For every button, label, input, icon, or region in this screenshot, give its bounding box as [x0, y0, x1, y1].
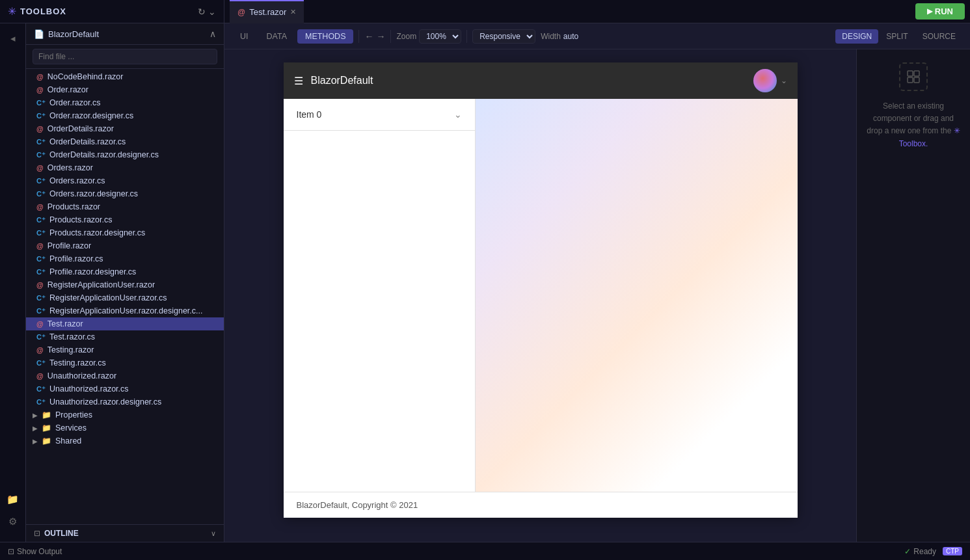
file-item[interactable]: C⁺ Orders.razor.cs — [26, 174, 224, 187]
at-icon: @ — [36, 86, 44, 94]
svg-rect-0 — [908, 71, 913, 76]
file-item[interactable]: @ Profile.razor — [26, 239, 224, 252]
run-icon: ▶ — [927, 7, 932, 16]
at-icon: @ — [36, 281, 44, 289]
file-item[interactable]: C⁺ Order.razor.designer.cs — [26, 109, 224, 122]
file-item[interactable]: @ NoCodeBehind.razor — [26, 70, 224, 83]
width-label: Width — [541, 32, 561, 41]
file-item[interactable]: @ OrderDetails.razor — [26, 122, 224, 135]
folder-arrow-icon: ▶ — [33, 438, 38, 445]
show-output-button[interactable]: ⊡ Show Output — [8, 547, 62, 556]
canvas-list-item[interactable]: Item 0 ⌄ — [284, 99, 475, 131]
folder-item-properties[interactable]: ▶ 📁 Properties — [26, 408, 224, 421]
folder-item-services[interactable]: ▶ 📁 Services — [26, 421, 224, 434]
canvas-list: Item 0 ⌄ — [284, 99, 476, 492]
svg-rect-2 — [908, 77, 913, 83]
folder-item-shared[interactable]: ▶ 📁 Shared — [26, 434, 224, 447]
file-item[interactable]: C⁺ OrderDetails.razor.cs — [26, 135, 224, 148]
file-item[interactable]: C⁺ Test.razor.cs — [26, 330, 224, 343]
outline-label: OUTLINE — [44, 529, 79, 538]
cs-icon: C⁺ — [36, 268, 46, 276]
file-item-active[interactable]: @ Test.razor — [26, 317, 224, 330]
file-tab[interactable]: @ Test.razor ✕ — [230, 0, 304, 23]
sidebar-title: BlazorDefault — [48, 29, 99, 39]
file-item[interactable]: C⁺ Profile.razor.cs — [26, 252, 224, 265]
nav-folder-icon[interactable]: 📁 — [3, 490, 23, 509]
tab-ui[interactable]: UI — [232, 29, 256, 44]
ctp-badge: CTP — [943, 547, 962, 555]
cs-icon: C⁺ — [36, 112, 46, 120]
file-item[interactable]: C⁺ Orders.razor.designer.cs — [26, 187, 224, 200]
cs-icon: C⁺ — [36, 190, 46, 198]
terminal-icon: ⊡ — [8, 547, 14, 556]
avatar-dropdown-icon[interactable]: ⌄ — [781, 76, 787, 85]
right-panel-hint: Select an existing component or drag and… — [865, 100, 962, 150]
refresh-button[interactable]: ↻ — [198, 7, 206, 17]
at-icon: @ — [36, 125, 44, 133]
cs-icon: C⁺ — [36, 307, 46, 315]
file-item[interactable]: C⁺ Order.razor.cs — [26, 96, 224, 109]
nav-back-icon[interactable]: ◂ — [3, 29, 23, 48]
cs-icon: C⁺ — [36, 255, 46, 263]
nav-back-btn[interactable]: ← — [364, 31, 373, 42]
cs-icon: C⁺ — [36, 385, 46, 393]
at-icon: @ — [36, 164, 44, 172]
footer-text: BlazorDefault, Copyright © 2021 — [297, 500, 418, 510]
search-input[interactable] — [33, 49, 217, 64]
cs-icon: C⁺ — [36, 333, 46, 341]
file-item[interactable]: @ Unauthorized.razor — [26, 369, 224, 382]
sidebar-header: 📄 BlazorDefault ∧ — [26, 23, 224, 45]
at-icon: @ — [36, 73, 44, 81]
file-item[interactable]: C⁺ Unauthorized.razor.designer.cs — [26, 395, 224, 408]
file-item[interactable]: C⁺ Products.razor.cs — [26, 213, 224, 226]
file-item[interactable]: C⁺ Profile.razor.designer.cs — [26, 265, 224, 278]
editor-area: UI DATA METHODS ← → Zoom 100% 75% 150% R… — [224, 23, 970, 542]
file-item[interactable]: C⁺ RegisterApplicationUser.razor.cs — [26, 291, 224, 304]
left-nav: ◂ 📁 ⚙ — [0, 23, 26, 542]
status-label: Ready — [913, 547, 936, 556]
zoom-select[interactable]: 100% 75% 150% — [419, 29, 461, 44]
search-box — [26, 45, 224, 69]
cs-icon: C⁺ — [36, 151, 46, 159]
cs-icon: C⁺ — [36, 99, 46, 107]
nav-forward-btn[interactable]: → — [376, 31, 385, 42]
canvas-frame: ☰ BlazorDefault ⌄ Item 0 ⌄ — [284, 62, 798, 518]
file-item[interactable]: C⁺ Products.razor.designer.cs — [26, 226, 224, 239]
run-button[interactable]: ▶ RUN — [915, 3, 965, 20]
tab-data[interactable]: DATA — [259, 29, 295, 44]
file-item[interactable]: C⁺ RegisterApplicationUser.razor.designe… — [26, 304, 224, 317]
item-chevron-icon: ⌄ — [454, 109, 462, 120]
file-item[interactable]: @ RegisterApplicationUser.razor — [26, 278, 224, 291]
check-icon: ✓ — [904, 547, 911, 556]
file-item[interactable]: C⁺ Unauthorized.razor.cs — [26, 382, 224, 395]
tab-source[interactable]: SOURCE — [916, 29, 962, 44]
cs-icon: C⁺ — [36, 294, 46, 302]
run-label: RUN — [935, 7, 953, 16]
tab-design[interactable]: DESIGN — [835, 29, 878, 44]
sidebar-collapse-icon[interactable]: ∧ — [209, 29, 216, 39]
chevron-down-button[interactable]: ⌄ — [208, 7, 216, 17]
right-panel-placeholder-icon — [899, 62, 928, 91]
file-item[interactable]: C⁺ Testing.razor.cs — [26, 356, 224, 369]
tab-name: Test.razor — [249, 7, 286, 17]
file-list: @ NoCodeBehind.razor @ Order.razor C⁺ Or… — [26, 69, 224, 524]
tab-methods[interactable]: METHODS — [297, 29, 354, 44]
cs-icon: C⁺ — [36, 359, 46, 367]
zoom-label: Zoom — [396, 32, 416, 41]
file-item[interactable]: C⁺ OrderDetails.razor.designer.cs — [26, 148, 224, 161]
folder-icon: 📁 — [42, 436, 51, 446]
tab-close-icon[interactable]: ✕ — [290, 8, 296, 16]
hamburger-icon[interactable]: ☰ — [294, 75, 303, 87]
file-item[interactable]: @ Orders.razor — [26, 161, 224, 174]
file-item[interactable]: @ Products.razor — [26, 200, 224, 213]
file-item[interactable]: @ Testing.razor — [26, 343, 224, 356]
at-icon: @ — [36, 320, 44, 328]
responsive-select[interactable]: Responsive Mobile Desktop — [472, 29, 535, 44]
file-item[interactable]: @ Order.razor — [26, 83, 224, 96]
outline-toggle-icon[interactable]: ∨ — [211, 529, 216, 538]
at-icon: @ — [36, 346, 44, 354]
canvas-brand: BlazorDefault — [311, 75, 373, 87]
tab-split[interactable]: SPLIT — [880, 29, 914, 44]
nav-settings-icon[interactable]: ⚙ — [3, 512, 23, 531]
folder-icon: 📁 — [42, 423, 51, 433]
